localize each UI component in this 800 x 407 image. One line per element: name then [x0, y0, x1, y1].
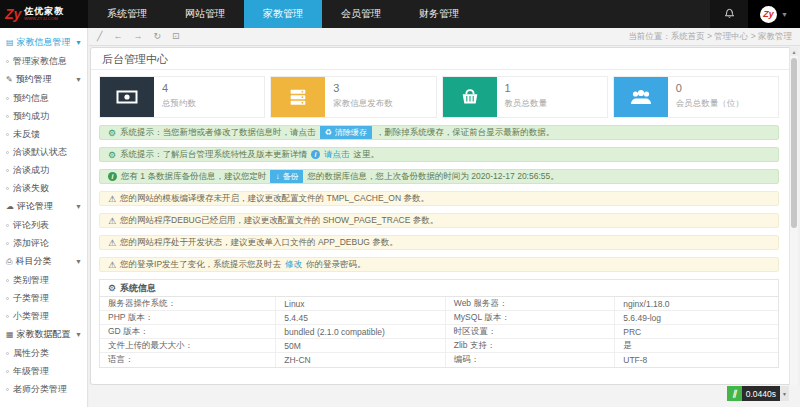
sidebar-item-attribute-category[interactable]: 属性分类	[0, 344, 87, 362]
user-avatar: Zy	[760, 6, 777, 23]
system-info-panel: ⚙ 系统信息 服务器操作系统： Linux Web 服务器： nginx/1.1…	[99, 279, 779, 368]
stat-cards: 4 总预约数 3 家教信息发布数	[99, 76, 779, 118]
info-icon: i	[311, 150, 320, 159]
sidebar-item-comment-list[interactable]: 评论列表	[0, 216, 87, 234]
bullet-icon	[6, 97, 9, 100]
alert-text: 你的登录密码。	[306, 259, 366, 271]
stat-label: 会员总数量（位）	[676, 98, 744, 110]
sidebar-item-minorcategory-manage[interactable]: 小类管理	[0, 307, 87, 325]
breadcrumb: 当前位置：系统首页 > 管理中心 > 家教管理	[628, 31, 792, 43]
sys-label: GD 版本：	[100, 325, 276, 338]
stat-value: 1	[505, 82, 548, 94]
content-scrollbar[interactable]: ▲	[789, 47, 798, 385]
alert-text: 您的网站程序DEBUG已经启用，建议更改配置文件的 SHOW_PAGE_TRAC…	[120, 215, 438, 227]
scroll-up-icon[interactable]: ▲	[790, 47, 798, 56]
sidebar-section-subjects[interactable]: ⎙ 科目分类 ▼	[0, 252, 87, 271]
stat-card-teachers[interactable]: 1 教员总数量	[442, 76, 608, 118]
brand-logo[interactable]: Zy 佐优家教 WWW.ZYJJ.COM	[0, 0, 88, 28]
bullet-icon	[6, 151, 9, 154]
warning-icon: ⚠	[108, 260, 116, 270]
sidebar-item-no-feedback[interactable]: 未反馈	[0, 125, 87, 143]
alert-text: 这里。	[354, 149, 380, 161]
version-details-link[interactable]: 请点击	[324, 149, 350, 161]
sidebar-item-manage-tutor-info[interactable]: 管理家教信息	[0, 52, 87, 70]
print-icon: ⎙	[6, 257, 12, 267]
thinkphp-leaf-icon[interactable]: ∥	[727, 386, 742, 401]
sidebar-item-subcategory-manage[interactable]: 子类管理	[0, 289, 87, 307]
back-icon[interactable]: ←	[113, 32, 122, 41]
sidebar-item-add-comment[interactable]: 添加评论	[0, 234, 87, 252]
scrollbar-thumb[interactable]	[791, 58, 797, 228]
stat-label: 家教信息发布数	[333, 98, 393, 110]
alert-login-ip: ⚠ 您的登录IP发生了变化，系统提示您及时去 修改 你的登录密码。	[99, 257, 779, 272]
sys-value: 是	[615, 339, 778, 352]
backup-button[interactable]: ↓备份	[270, 169, 303, 184]
bullet-icon	[6, 297, 9, 300]
top-navbar: Zy 佐优家教 WWW.ZYJJ.COM 系统管理 网站管理 家教管理 会员管理…	[0, 0, 800, 28]
bullet-icon	[6, 60, 9, 63]
sidebar-section-label: 预约管理	[16, 73, 52, 86]
sidebar-item-grade-manage[interactable]: 年级管理	[0, 362, 87, 380]
alert-dev-mode: ⚠ 您的网站程序处于开发状态，建议更改单入口文件的 APP_DEBUG 参数。	[99, 235, 779, 250]
alert-tmpl-cache: ⚠ 您的网站的模板编译缓存未开启，建议更改配置文件的 TMPL_CACHE_ON…	[99, 191, 779, 206]
chevron-down-icon: ▼	[75, 39, 82, 46]
gear-icon: ⚙	[108, 150, 116, 160]
sys-label: 服务器操作系统：	[100, 297, 276, 310]
change-password-link[interactable]: 修改	[285, 259, 302, 271]
sys-value: Linux	[276, 297, 446, 310]
sidebar-item-negotiate-fail[interactable]: 洽谈失败	[0, 179, 87, 197]
stat-card-members[interactable]: 0 会员总数量（位）	[613, 76, 779, 118]
stat-value: 3	[333, 82, 393, 94]
nav-item-finance[interactable]: 财务管理	[400, 0, 478, 28]
stat-card-tutor-posts[interactable]: 3 家教信息发布数	[270, 76, 436, 118]
alert-clear-cache: ⚙ 系统提示：当您新增或者修改了数据信息时，请点击 ♻清除缓存 ，删除掉系统缓存…	[99, 125, 779, 140]
sys-value: UTF-8	[615, 353, 778, 367]
refresh-icon[interactable]: ↻	[153, 32, 161, 41]
sidebar-section-tutor-data-config[interactable]: ▦ 家教数据配置 ▼	[0, 325, 87, 344]
database-icon: ▦	[6, 330, 14, 339]
system-info-title: 系统信息	[120, 282, 156, 295]
nav-item-tutor[interactable]: 家教管理	[244, 0, 322, 28]
sidebar-item-category-manage[interactable]: 类别管理	[0, 271, 87, 289]
alert-version-info: ⚙ 系统提示：了解后台管理系统特性及版本更新详情 i 请点击 这里。	[99, 147, 779, 162]
sidebar-item-negotiate-success[interactable]: 洽谈成功	[0, 161, 87, 179]
sys-label: 文件上传的最大大小：	[100, 339, 276, 352]
badge-caret-icon[interactable]: ▼	[780, 386, 789, 401]
clear-cache-button[interactable]: ♻清除缓存	[320, 125, 372, 140]
collapse-icon[interactable]: ╱	[97, 32, 102, 41]
server-icon	[271, 77, 325, 117]
sidebar-item-negotiate-default[interactable]: 洽谈默认状态	[0, 143, 87, 161]
sidebar-item-teacher-category-manage[interactable]: 老师分类管理	[0, 380, 87, 398]
stat-label: 教员总数量	[505, 98, 548, 110]
sys-label: Zlib 支持：	[446, 339, 616, 352]
sidebar-section-booking[interactable]: ✎ 预约管理 ▼	[0, 70, 87, 89]
users-icon	[614, 77, 668, 117]
sidebar-section-tutor-info[interactable]: ▤ 家教信息管理 ▼	[0, 33, 87, 52]
sidebar: ▤ 家教信息管理 ▼ 管理家教信息 ✎ 预约管理 ▼ 预约信息 预约成功 未反馈…	[0, 28, 88, 407]
bullet-icon	[6, 133, 9, 136]
notifications-button[interactable]	[710, 0, 748, 28]
system-info-header: ⚙ 系统信息	[100, 280, 778, 297]
bullet-icon	[6, 242, 9, 245]
nav-item-member[interactable]: 会员管理	[322, 0, 400, 28]
stat-value: 4	[162, 82, 196, 94]
sidebar-section-label: 科目分类	[15, 255, 51, 268]
user-menu[interactable]: Zy ▼	[748, 0, 800, 28]
sidebar-item-booking-info[interactable]: 预约信息	[0, 89, 87, 107]
sys-value: 50M	[276, 339, 446, 352]
fullscreen-icon[interactable]: ⊡	[172, 32, 180, 41]
bullet-icon	[6, 388, 9, 391]
forward-icon[interactable]: →	[133, 32, 142, 41]
bullet-icon	[6, 352, 9, 355]
tab-toolbar: ╱ ← → ↻ ⊡ 当前位置：系统首页 > 管理中心 > 家教管理	[89, 28, 800, 46]
chevron-down-icon: ▼	[75, 258, 82, 265]
sidebar-item-booking-success[interactable]: 预约成功	[0, 107, 87, 125]
nav-item-system[interactable]: 系统管理	[88, 0, 166, 28]
alert-backup: i 您有 1 条数据库备份信息，建议您定时 ↓备份 您的数据库信息，您上次备份数…	[99, 169, 779, 184]
footer-strip	[89, 385, 800, 407]
sys-value: PRC	[615, 325, 778, 338]
stat-card-bookings[interactable]: 4 总预约数	[99, 76, 265, 118]
sidebar-section-comments[interactable]: ☁ 评论管理 ▼	[0, 197, 87, 216]
nav-item-website[interactable]: 网站管理	[166, 0, 244, 28]
table-row: 文件上传的最大大小： 50M Zlib 支持： 是	[100, 339, 778, 353]
